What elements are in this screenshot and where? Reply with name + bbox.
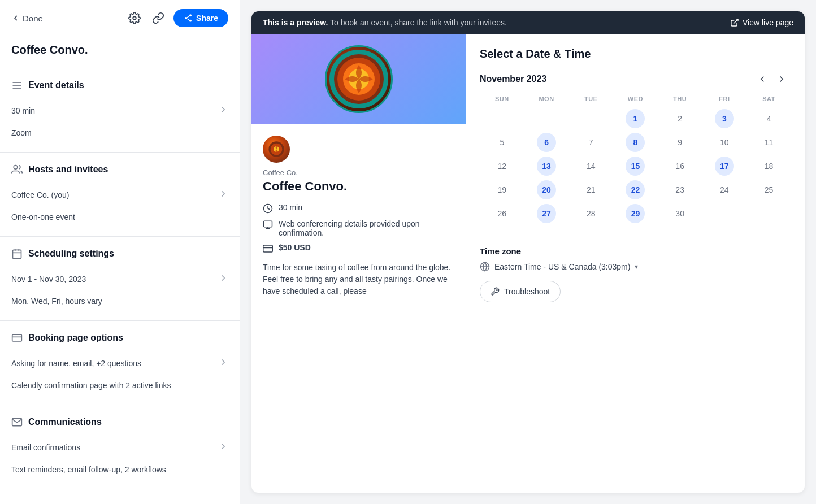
calendar-body: 1234567891011121314151617181920212223242…: [480, 107, 791, 225]
section-header: Communications: [11, 416, 228, 428]
calendar-week-row: 12131415161718: [480, 154, 791, 178]
unavailable-day: 25: [759, 180, 779, 199]
available-day[interactable]: 22: [626, 180, 645, 199]
section-row[interactable]: Coffee Co. (you): [11, 183, 228, 207]
section-title: Booking page options: [28, 333, 123, 343]
event-price: $50 USD: [279, 243, 311, 252]
svg-line-11: [734, 19, 738, 23]
section-row-text: One-on-one event: [11, 212, 75, 221]
available-day[interactable]: 6: [537, 133, 556, 152]
timezone-selector[interactable]: Eastern Time - US & Canada (3:03pm) ▾: [480, 262, 791, 272]
link-button[interactable]: [150, 10, 167, 27]
section-row[interactable]: Text reminders, email follow-up, 2 workf…: [11, 459, 228, 480]
settings-button[interactable]: [126, 10, 143, 27]
share-button[interactable]: Share: [173, 9, 228, 27]
calendar-day-header: MON: [524, 95, 569, 107]
available-day[interactable]: 27: [537, 204, 556, 223]
section-icon-event-details: [11, 80, 23, 91]
calendar-day-cell: 18: [746, 154, 791, 178]
available-day[interactable]: 13: [537, 157, 556, 176]
section-title: Hosts and invitees: [28, 164, 108, 175]
timezone-section: Time zone Eastern Time - US & Canada (3:…: [480, 237, 791, 302]
section-row-text: Coffee Co. (you): [11, 190, 69, 199]
section-row[interactable]: Mon, Wed, Fri, hours vary: [11, 291, 228, 311]
calendar-day-cell[interactable]: 1: [613, 107, 658, 131]
done-label: Done: [23, 14, 43, 23]
page-title: Coffee Convo.: [0, 34, 240, 68]
link-icon: [152, 12, 164, 24]
calendar-day-header: SUN: [480, 95, 524, 107]
section-icon-booking: [11, 332, 23, 344]
calendar-day-cell[interactable]: 15: [613, 154, 658, 178]
calendar-day-cell[interactable]: 8: [613, 131, 658, 154]
preview-right: Select a Date & Time November 2023: [466, 34, 805, 493]
section-row[interactable]: 30 min: [11, 99, 228, 123]
available-day[interactable]: 8: [626, 133, 645, 152]
section-header: Booking page options: [11, 332, 228, 344]
next-month-button[interactable]: [772, 72, 791, 86]
section-row[interactable]: Nov 1 - Nov 30, 2023: [11, 267, 228, 291]
section-row[interactable]: Zoom: [11, 123, 228, 143]
clock-icon: [263, 203, 273, 214]
troubleshoot-button[interactable]: Troubleshoot: [480, 281, 561, 302]
section-title: Communications: [28, 417, 102, 427]
available-day[interactable]: 15: [626, 157, 645, 176]
unavailable-day: 23: [670, 180, 689, 199]
section-row-text: Nov 1 - Nov 30, 2023: [11, 275, 86, 284]
main-content: This is a preview. To book an event, sha…: [240, 0, 816, 504]
section-row[interactable]: Calendly confirmation page with 2 active…: [11, 375, 228, 396]
chevron-left-icon: [757, 74, 767, 84]
unavailable-day: 12: [492, 157, 511, 176]
chevron-right-icon: [218, 441, 228, 454]
calendar-day-cell[interactable]: 13: [524, 154, 569, 178]
section-row[interactable]: Email confirmations: [11, 436, 228, 459]
gear-icon: [128, 12, 141, 24]
available-day[interactable]: 3: [715, 109, 734, 128]
calendar-week-row: 2627282930: [480, 202, 791, 225]
section-icon-scheduling: [11, 248, 23, 259]
wrench-icon: [491, 287, 500, 296]
svg-rect-21: [264, 221, 272, 227]
unavailable-day: 19: [492, 180, 511, 199]
calendar-week-row: 1234: [480, 107, 791, 131]
credit-card-icon: [263, 244, 273, 254]
calendar-day-cell[interactable]: 27: [524, 202, 569, 225]
available-day[interactable]: 29: [626, 204, 645, 223]
view-live-label: View live page: [743, 18, 793, 27]
section-header: Hosts and invitees: [11, 164, 228, 175]
unavailable-day: 4: [759, 109, 779, 128]
calendar-day-cell[interactable]: 3: [702, 107, 747, 131]
chevron-right-icon: [218, 105, 228, 117]
calendar-day-cell[interactable]: 20: [524, 178, 569, 202]
calendar-day-cell[interactable]: 6: [524, 131, 569, 154]
calendar-day-cell: 9: [658, 131, 702, 154]
section-row[interactable]: Asking for name, email, +2 questions: [11, 351, 228, 375]
prev-month-button[interactable]: [753, 72, 772, 86]
back-icon: [11, 14, 20, 23]
unavailable-day: 18: [759, 157, 779, 176]
calendar-day-cell[interactable]: 22: [613, 178, 658, 202]
calendar-day-cell: 5: [480, 131, 524, 154]
calendar-day-cell[interactable]: 29: [613, 202, 658, 225]
event-description: Time for some tasing of coffee from arou…: [263, 262, 454, 297]
view-live-link[interactable]: View live page: [730, 18, 793, 27]
svg-rect-5: [13, 250, 21, 258]
available-day[interactable]: 17: [715, 157, 734, 176]
section-row[interactable]: One-on-one event: [11, 207, 228, 227]
event-conferencing-row: Web conferencing details provided upon c…: [263, 219, 454, 237]
header-actions: Share: [126, 9, 228, 27]
troubleshoot-label: Troubleshoot: [504, 287, 550, 296]
sidebar-section-event-details: Event details 30 min Zoom: [0, 68, 240, 153]
available-day[interactable]: 1: [626, 109, 645, 128]
done-link[interactable]: Done: [11, 14, 43, 23]
calendar-day-cell: 12: [480, 154, 524, 178]
available-day[interactable]: 20: [537, 180, 556, 199]
calendar-day-header: TUE: [568, 95, 613, 107]
calendar-day-header: THU: [658, 95, 702, 107]
monitor-icon: [263, 220, 273, 230]
calendar-day-cell[interactable]: 17: [702, 154, 747, 178]
calendar-day-cell: 19: [480, 178, 524, 202]
calendar-day-cell: [568, 107, 613, 131]
svg-rect-9: [12, 334, 22, 341]
calendar-day-cell: 4: [746, 107, 791, 131]
